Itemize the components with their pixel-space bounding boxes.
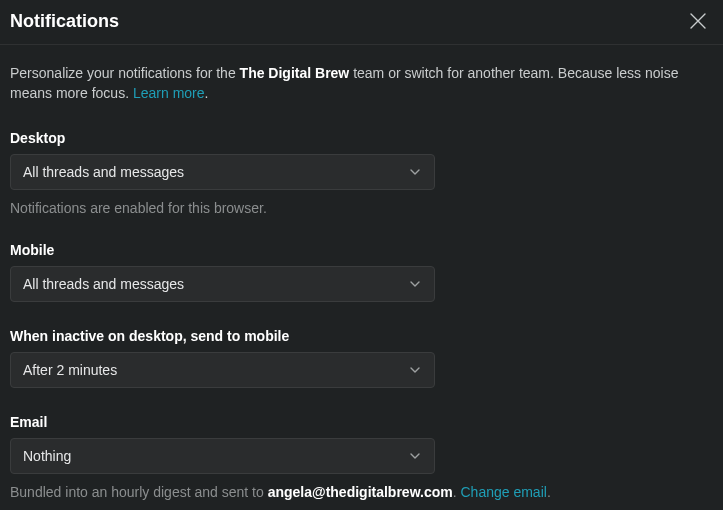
email-select-value: Nothing: [23, 448, 71, 464]
chevron-down-icon: [408, 165, 422, 179]
team-name: The Digital Brew: [240, 65, 350, 81]
mobile-select[interactable]: All threads and messages: [10, 266, 435, 302]
mobile-label: Mobile: [10, 242, 713, 258]
desktop-select[interactable]: All threads and messages: [10, 154, 435, 190]
close-button[interactable]: [687, 10, 709, 32]
email-section: Email Nothing Bundled into an hourly dig…: [10, 414, 713, 500]
mobile-section: Mobile All threads and messages: [10, 242, 713, 302]
email-select[interactable]: Nothing: [10, 438, 435, 474]
inactive-select[interactable]: After 2 minutes: [10, 352, 435, 388]
learn-more-link[interactable]: Learn more: [133, 85, 205, 101]
change-email-link[interactable]: Change email: [460, 484, 546, 500]
modal-title: Notifications: [10, 11, 119, 32]
chevron-down-icon: [408, 277, 422, 291]
modal-header: Notifications: [0, 0, 723, 45]
chevron-down-icon: [408, 363, 422, 377]
chevron-down-icon: [408, 449, 422, 463]
close-icon: [689, 12, 707, 30]
inactive-select-value: After 2 minutes: [23, 362, 117, 378]
inactive-section: When inactive on desktop, send to mobile…: [10, 328, 713, 388]
modal-content: Personalize your notifications for the T…: [0, 45, 723, 510]
intro-text: Personalize your notifications for the T…: [10, 63, 713, 104]
mobile-select-value: All threads and messages: [23, 276, 184, 292]
desktop-select-value: All threads and messages: [23, 164, 184, 180]
inactive-label: When inactive on desktop, send to mobile: [10, 328, 713, 344]
email-helper: Bundled into an hourly digest and sent t…: [10, 484, 713, 500]
desktop-helper: Notifications are enabled for this brows…: [10, 200, 713, 216]
email-label: Email: [10, 414, 713, 430]
desktop-section: Desktop All threads and messages Notific…: [10, 130, 713, 216]
helper-email-address: angela@thedigitalbrew.com: [268, 484, 453, 500]
desktop-label: Desktop: [10, 130, 713, 146]
